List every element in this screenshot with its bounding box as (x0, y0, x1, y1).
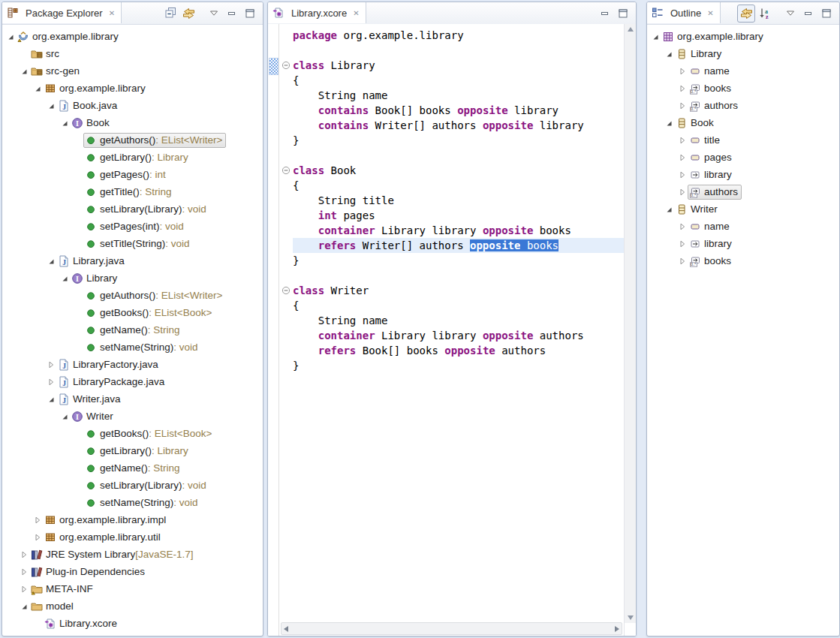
view-menu-icon[interactable] (782, 5, 799, 22)
tree-item-libraryfactory-java[interactable]: JLibraryFactory.java (2, 356, 263, 373)
tree-item-org-example-library[interactable]: org.example.library (2, 80, 263, 97)
twisty-open-icon[interactable] (19, 68, 29, 75)
code-line[interactable] (279, 43, 624, 58)
twisty-closed-icon[interactable] (677, 68, 688, 75)
tree-item-getbooks[interactable]: getBooks() : EList<Book> (2, 425, 263, 442)
tree-item-book[interactable]: Book (647, 114, 839, 131)
tree-item-getbooks[interactable]: getBooks() : EList<Book> (2, 304, 263, 321)
collapse-all-icon[interactable] (162, 5, 179, 22)
code-line[interactable]: String name (279, 88, 624, 103)
twisty-closed-icon[interactable] (677, 188, 688, 196)
twisty-open-icon[interactable] (664, 119, 674, 127)
tree-item-org-example-library-util[interactable]: org.example.library.util (2, 528, 263, 546)
code-line[interactable] (279, 148, 624, 163)
minimize-icon[interactable] (800, 5, 817, 22)
twisty-closed-icon[interactable] (677, 223, 688, 230)
tree-item-gettitle[interactable]: getTitle() : String (2, 183, 263, 200)
fold-collapse-icon[interactable] (279, 58, 293, 73)
tree-item-setname-string[interactable]: setName(String) : void (2, 494, 263, 511)
view-menu-icon[interactable] (206, 5, 222, 22)
tree-item-title[interactable]: title (647, 131, 839, 149)
tree-item-setpages-int[interactable]: setPages(int) : void (2, 218, 263, 235)
code-line[interactable]: } (279, 358, 624, 373)
code-line[interactable]: } (279, 253, 624, 268)
tree-item-src-gen[interactable]: src-gen (2, 62, 263, 80)
tree-item-library[interactable]: ILibrary (2, 269, 263, 287)
tree-item-library[interactable]: Library (647, 45, 839, 62)
code-line[interactable]: String title (279, 193, 624, 208)
twisty-closed-icon[interactable] (677, 102, 688, 110)
range-indicator-marker[interactable] (269, 58, 278, 75)
tree-item-books[interactable]: 0..*books (647, 252, 839, 269)
close-icon[interactable]: ✕ (353, 9, 359, 17)
tree-item-writer[interactable]: IWriter (2, 408, 263, 425)
code-line[interactable]: container Library library opposite books (279, 223, 624, 238)
fold-collapse-icon[interactable] (279, 283, 293, 298)
code-line[interactable]: contains Book[] books opposite library (279, 103, 624, 118)
twisty-closed-icon[interactable] (19, 551, 29, 558)
twisty-open-icon[interactable] (46, 396, 56, 403)
tree-item-writer[interactable]: Writer (647, 200, 839, 218)
tree-item-getlibrary[interactable]: getLibrary() : Library (2, 442, 263, 459)
minimize-icon[interactable] (597, 5, 613, 22)
scroll-right-icon[interactable] (615, 626, 619, 632)
tree-item-org-example-library[interactable]: org.example.library (647, 28, 839, 45)
tree-item-name[interactable]: name (647, 62, 839, 80)
maximize-icon[interactable] (242, 5, 258, 22)
tree-item-library-java[interactable]: JLibrary.java (2, 252, 263, 269)
tree-item-plug-in-dependencies[interactable]: Plug-in Dependencies (2, 563, 263, 580)
twisty-closed-icon[interactable] (677, 240, 688, 248)
twisty-closed-icon[interactable] (19, 568, 29, 576)
tree-item-getpages[interactable]: getPages() : int (2, 166, 263, 183)
tree-item-name[interactable]: name (647, 218, 839, 235)
scroll-up-icon[interactable] (628, 27, 634, 32)
twisty-closed-icon[interactable] (677, 137, 688, 144)
twisty-open-icon[interactable] (59, 119, 70, 127)
sort-icon[interactable]: az (757, 5, 773, 22)
tree-item-getlibrary[interactable]: getLibrary() : Library (2, 149, 263, 166)
tree-item-books[interactable]: 0..*books (647, 80, 839, 97)
tree-item-getname[interactable]: getName() : String (2, 321, 263, 339)
twisty-open-icon[interactable] (5, 33, 16, 41)
tree-item-jre-system-library[interactable]: JRE System Library [JavaSE-1.7] (2, 546, 263, 563)
code-area[interactable]: package org.example.libraryclass Library… (279, 24, 624, 621)
tree-item-book[interactable]: IBook (2, 114, 263, 131)
horizontal-scrollbar[interactable] (281, 622, 622, 635)
twisty-closed-icon[interactable] (46, 378, 56, 386)
twisty-open-icon[interactable] (664, 206, 674, 213)
twisty-open-icon[interactable] (46, 102, 56, 110)
maximize-icon[interactable] (615, 5, 631, 22)
tree-item-org-example-library[interactable]: org.example.library (2, 28, 263, 45)
twisty-open-icon[interactable] (19, 603, 29, 610)
code-line[interactable]: refers Writer[] authors opposite books (279, 238, 624, 253)
editor-vertical-ruler[interactable] (268, 24, 279, 636)
tree-item-getname[interactable]: getName() : String (2, 459, 263, 477)
tree-item-org-example-library-impl[interactable]: org.example.library.impl (2, 511, 263, 528)
close-icon[interactable]: ✕ (109, 9, 115, 17)
tree-item-librarypackage-java[interactable]: JLibraryPackage.java (2, 373, 263, 390)
tree-item-authors[interactable]: 0..*authors (647, 183, 839, 200)
link-with-editor-icon[interactable] (180, 5, 197, 22)
twisty-open-icon[interactable] (59, 275, 70, 282)
code-line[interactable]: package org.example.library (279, 28, 624, 43)
twisty-open-icon[interactable] (46, 257, 56, 265)
twisty-closed-icon[interactable] (32, 534, 43, 541)
twisty-closed-icon[interactable] (677, 257, 688, 265)
tree-item-model[interactable]: model (2, 597, 263, 615)
code-line[interactable]: int pages (279, 208, 624, 223)
tab-outline[interactable]: Outline ✕ (647, 2, 721, 23)
tree-item-setlibrary-library[interactable]: setLibrary(Library) : void (2, 477, 263, 494)
tree-item-settitle-string[interactable]: setTitle(String) : void (2, 235, 263, 252)
scroll-left-icon[interactable] (284, 626, 288, 632)
twisty-closed-icon[interactable] (32, 516, 43, 524)
tree-item-library[interactable]: library (647, 166, 839, 183)
code-line[interactable]: } (279, 133, 624, 148)
tree-item-getauthors[interactable]: getAuthors() : EList<Writer> (2, 287, 263, 304)
code-line[interactable] (279, 268, 624, 283)
close-icon[interactable]: ✕ (707, 9, 713, 17)
tree-item-getauthors[interactable]: getAuthors() : EList<Writer> (2, 131, 263, 149)
code-line[interactable]: String name (279, 313, 624, 328)
code-line[interactable]: refers Book[] books opposite authors (279, 343, 624, 358)
twisty-open-icon[interactable] (59, 413, 70, 420)
code-line[interactable]: { (279, 178, 624, 193)
